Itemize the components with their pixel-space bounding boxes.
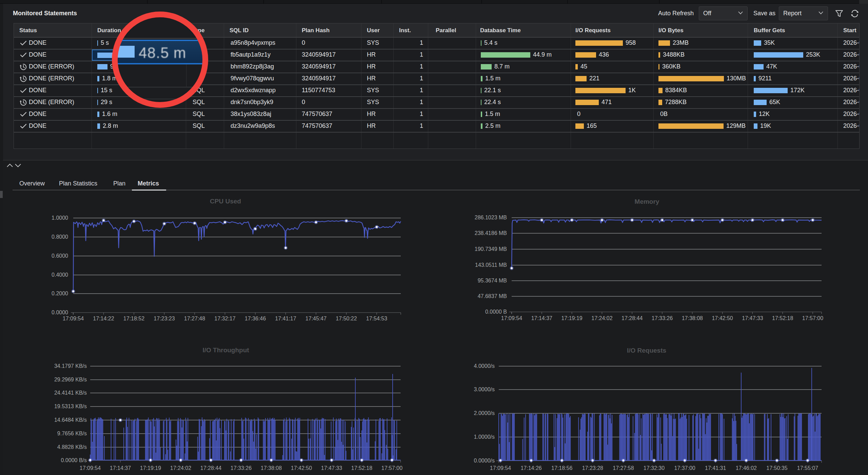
- svg-text:17:14:26: 17:14:26: [520, 465, 541, 471]
- svg-text:17:09:54: 17:09:54: [490, 465, 511, 471]
- svg-text:0.2000: 0.2000: [52, 291, 68, 296]
- svg-text:17:47:33: 17:47:33: [321, 465, 342, 471]
- svg-text:17:09:54: 17:09:54: [501, 315, 522, 321]
- svg-text:17:18:52: 17:18:52: [123, 316, 144, 321]
- svg-text:Memory: Memory: [635, 198, 659, 205]
- svg-text:19.5313 KB/s: 19.5313 KB/s: [54, 403, 87, 409]
- svg-text:14.6484 KB/s: 14.6484 KB/s: [54, 417, 87, 423]
- svg-text:17:38:08: 17:38:08: [261, 465, 282, 471]
- svg-text:17:28:44: 17:28:44: [622, 315, 643, 321]
- svg-text:17:45:47: 17:45:47: [305, 316, 327, 321]
- svg-text:17:32:30: 17:32:30: [644, 465, 665, 471]
- svg-text:17:57:00: 17:57:00: [802, 315, 823, 321]
- svg-text:4.0000/s: 4.0000/s: [474, 363, 495, 369]
- svg-text:I/O Throughput: I/O Throughput: [202, 347, 249, 354]
- svg-text:17:33:26: 17:33:26: [652, 315, 673, 321]
- svg-text:1.0000: 1.0000: [52, 215, 68, 221]
- svg-text:17:50:35: 17:50:35: [766, 465, 787, 471]
- svg-text:0.0000 B: 0.0000 B: [485, 309, 507, 315]
- svg-text:17:41:17: 17:41:17: [275, 316, 296, 321]
- svg-text:17:23:23: 17:23:23: [154, 316, 175, 321]
- svg-text:0.0000 B/s: 0.0000 B/s: [61, 457, 87, 463]
- svg-text:238.4186 MB: 238.4186 MB: [475, 230, 507, 236]
- svg-text:17:52:18: 17:52:18: [772, 315, 793, 321]
- svg-text:17:33:26: 17:33:26: [231, 465, 252, 471]
- svg-text:17:09:54: 17:09:54: [63, 316, 84, 321]
- svg-text:0.0000/s: 0.0000/s: [474, 458, 495, 463]
- svg-text:17:36:46: 17:36:46: [245, 316, 266, 321]
- svg-text:17:14:37: 17:14:37: [110, 465, 131, 471]
- svg-text:17:24:02: 17:24:02: [170, 465, 191, 471]
- svg-text:17:14:37: 17:14:37: [531, 315, 552, 321]
- svg-text:143.0511 MB: 143.0511 MB: [475, 262, 507, 268]
- svg-text:17:19:19: 17:19:19: [561, 315, 582, 321]
- svg-text:17:28:44: 17:28:44: [200, 465, 221, 471]
- svg-text:17:24:02: 17:24:02: [591, 315, 612, 321]
- svg-text:17:23:28: 17:23:28: [582, 465, 603, 471]
- svg-text:0.8000: 0.8000: [52, 234, 68, 240]
- svg-text:17:52:18: 17:52:18: [351, 465, 372, 471]
- svg-text:17:54:53: 17:54:53: [366, 316, 387, 321]
- svg-text:17:47:33: 17:47:33: [742, 315, 763, 321]
- svg-text:17:42:50: 17:42:50: [291, 465, 312, 471]
- svg-text:17:14:22: 17:14:22: [93, 316, 114, 321]
- svg-text:1.0000/s: 1.0000/s: [474, 434, 495, 440]
- svg-text:17:41:31: 17:41:31: [705, 465, 726, 471]
- svg-text:4.8828 KB/s: 4.8828 KB/s: [57, 444, 87, 450]
- svg-text:CPU Used: CPU Used: [210, 198, 241, 205]
- svg-text:17:27:48: 17:27:48: [184, 316, 205, 321]
- svg-text:9.7656 KB/s: 9.7656 KB/s: [57, 431, 87, 436]
- svg-text:17:50:22: 17:50:22: [336, 316, 357, 321]
- svg-text:0.0000: 0.0000: [52, 310, 68, 315]
- svg-text:17:18:56: 17:18:56: [551, 465, 572, 471]
- svg-text:17:46:02: 17:46:02: [736, 465, 757, 471]
- svg-text:47.6837 MB: 47.6837 MB: [478, 293, 507, 299]
- svg-text:24.4141 KB/s: 24.4141 KB/s: [54, 390, 87, 396]
- svg-text:17:09:54: 17:09:54: [80, 465, 101, 471]
- svg-text:0.4000: 0.4000: [52, 272, 68, 278]
- svg-text:29.2969 KB/s: 29.2969 KB/s: [54, 377, 87, 382]
- svg-text:17:38:08: 17:38:08: [682, 315, 703, 321]
- svg-text:17:32:17: 17:32:17: [214, 316, 235, 321]
- svg-text:34.1797 KB/s: 34.1797 KB/s: [54, 363, 87, 369]
- svg-text:17:55:07: 17:55:07: [797, 465, 818, 471]
- svg-text:17:37:00: 17:37:00: [674, 465, 695, 471]
- svg-text:17:27:58: 17:27:58: [613, 465, 634, 471]
- svg-text:190.7349 MB: 190.7349 MB: [475, 246, 507, 252]
- svg-text:95.3674 MB: 95.3674 MB: [478, 278, 507, 283]
- svg-text:I/O Requests: I/O Requests: [627, 347, 666, 354]
- svg-text:17:57:00: 17:57:00: [381, 465, 402, 471]
- svg-text:2.0000/s: 2.0000/s: [474, 410, 495, 416]
- svg-text:3.0000/s: 3.0000/s: [474, 387, 495, 392]
- svg-text:0.6000: 0.6000: [52, 253, 68, 259]
- svg-text:17:42:50: 17:42:50: [712, 315, 733, 321]
- svg-text:286.1023 MB: 286.1023 MB: [475, 215, 507, 220]
- svg-text:17:19:19: 17:19:19: [140, 465, 161, 471]
